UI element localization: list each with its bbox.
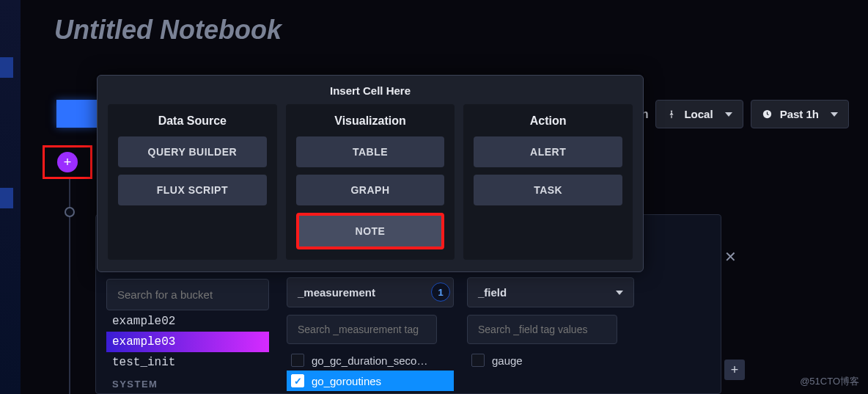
tag-item-checked[interactable]: go_goroutines (287, 371, 454, 391)
tag-label: gauge (492, 354, 523, 367)
chevron-down-icon (725, 112, 732, 117)
bucket-item[interactable]: example02 (106, 311, 269, 332)
tag-item[interactable]: gauge (467, 350, 634, 371)
bucket-search-input[interactable] (106, 279, 269, 310)
timerange-dropdown[interactable]: Past 1h (751, 100, 849, 128)
flux-script-button[interactable]: FLUX SCRIPT (118, 175, 267, 205)
tag-item[interactable]: go_gc_duration_seco… (287, 350, 454, 371)
field-search-input[interactable] (467, 315, 617, 344)
task-button[interactable]: TASK (474, 175, 622, 205)
chevron-down-icon (616, 291, 623, 295)
active-tab-indicator[interactable] (56, 100, 98, 128)
close-icon[interactable]: ✕ (724, 248, 737, 266)
watermark: @51CTO博客 (800, 375, 859, 388)
table-button[interactable]: TABLE (296, 136, 445, 167)
col-title: Action (474, 114, 622, 128)
query-builder-button[interactable]: QUERY BUILDER (118, 136, 267, 167)
add-filter-button[interactable]: + (724, 360, 745, 380)
note-button[interactable]: NOTE (296, 213, 445, 249)
col-title: Visualization (296, 114, 445, 128)
timerange-label: Past 1h (780, 108, 819, 120)
timezone-label: Local (684, 108, 713, 120)
field-label: _field (478, 286, 507, 299)
field-dropdown[interactable]: _field (467, 277, 634, 307)
alert-button[interactable]: ALERT (474, 136, 622, 167)
popover-title: Insert Cell Here (108, 84, 633, 97)
measurement-filter: _measurement go_gc_duration_seco… go_gor… (287, 277, 454, 391)
measurement-label: _measurement (298, 286, 375, 299)
toolbar: ntation Local Past 1h (609, 100, 849, 128)
checkbox-checked-icon (291, 374, 304, 387)
rail-indicator (0, 57, 13, 78)
rail-indicator (0, 188, 13, 208)
bucket-list: example02 example03 test_init SYSTEM (106, 311, 269, 390)
field-filter: _field gauge (467, 277, 634, 371)
measurement-dropdown[interactable]: _measurement (287, 277, 454, 307)
add-cell-button[interactable]: + (57, 152, 78, 172)
system-label: SYSTEM (106, 373, 269, 390)
bucket-item-selected[interactable]: example03 (106, 332, 269, 352)
checkbox-icon (471, 354, 485, 367)
timezone-dropdown[interactable]: Local (655, 100, 743, 128)
add-cell-highlight: + (43, 145, 92, 179)
col-action: Action ALERT TASK (463, 104, 633, 260)
measurement-search-input[interactable] (287, 315, 437, 344)
timeline-node (65, 207, 75, 217)
col-data-source: Data Source QUERY BUILDER FLUX SCRIPT (108, 104, 277, 260)
col-title: Data Source (118, 114, 267, 128)
page-title[interactable]: Untitled Notebook (54, 15, 282, 45)
bucket-item[interactable]: test_init (106, 352, 269, 373)
clock-icon (762, 109, 773, 120)
tag-label: go_gc_duration_seco… (312, 354, 427, 367)
checkbox-icon (291, 354, 304, 367)
chevron-down-icon (831, 112, 838, 117)
pin-icon (666, 109, 677, 120)
col-visualization: Visualization TABLE GRAPH NOTE (286, 104, 455, 260)
graph-button[interactable]: GRAPH (296, 175, 445, 205)
selection-count-badge: 1 (431, 282, 450, 302)
tag-label: go_goroutines (312, 375, 381, 387)
insert-cell-popover: Insert Cell Here Data Source QUERY BUILD… (97, 75, 644, 272)
left-rail (0, 0, 21, 394)
